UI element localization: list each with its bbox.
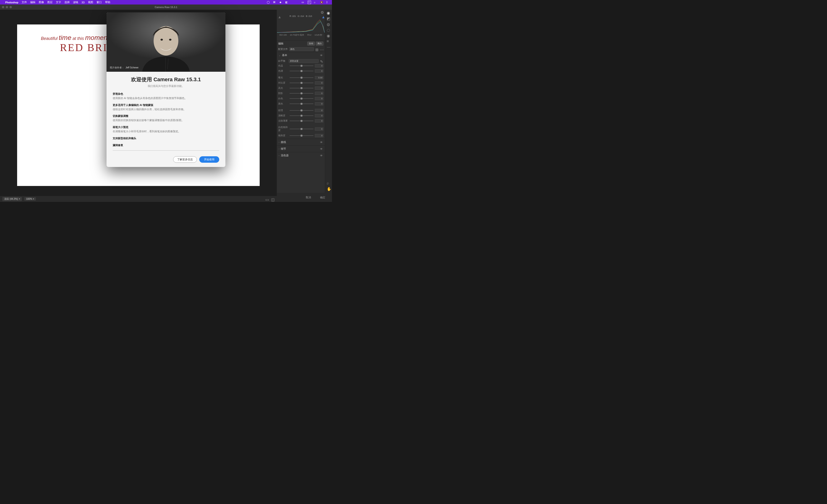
welcome-modal: 照片创作者：Jeff Schewe 欢迎使用 Camera Raw 15.3.1… <box>106 12 226 167</box>
modal-overlay: 照片创作者：Jeff Schewe 欢迎使用 Camera Raw 15.3.1… <box>0 0 332 202</box>
feature-title: 切换蒙版调整 <box>113 114 219 118</box>
feature-desc: 在调整画笔大小和羽毛滑块时，看到画笔光标的图像预览。 <box>113 130 219 133</box>
photo-credit: 照片创作者：Jeff Schewe <box>110 66 138 69</box>
modal-divider <box>113 150 219 151</box>
feature-title: 漏洞修复 <box>113 144 219 147</box>
modal-subtitle: 我们很高兴与您分享最新功能。 <box>113 85 219 88</box>
feature-item: 支持新型相机和镜头 <box>113 136 219 140</box>
feature-title: 穿透杂色 <box>113 92 219 96</box>
feature-item: 画笔大小预览在调整画笔大小和羽毛滑块时，看到画笔光标的图像预览。 <box>113 125 219 133</box>
svg-point-3 <box>169 39 172 41</box>
modal-title: 欢迎使用 Camera Raw 15.3.1 <box>113 76 219 83</box>
feature-item: 更多适用于人像编辑的 AI 智能蒙版借助这些针对选择人物的额外分类，轻松选择面部… <box>113 103 219 111</box>
feature-desc: 使用新的切换按钮快速比较每个蒙版调整面板中的原图/新图。 <box>113 118 219 122</box>
feature-title: 支持新型相机和镜头 <box>113 136 219 140</box>
feature-item: 漏洞修复 <box>113 144 219 147</box>
feature-item: 穿透杂色使用新的 AI 智能去杂色从有杂色的原图照片中恢复细节和颜色。 <box>113 92 219 100</box>
learn-more-button[interactable]: 了解更多信息 <box>173 156 197 163</box>
feature-desc: 使用新的 AI 智能去杂色从有杂色的原图照片中恢复细节和颜色。 <box>113 97 219 100</box>
portrait-image <box>106 12 226 72</box>
feature-desc: 借助这些针对选择人物的额外分类，轻松选择面部毛发和衣物。 <box>113 108 219 111</box>
svg-point-2 <box>160 39 163 41</box>
get-started-button[interactable]: 开始使用 <box>199 156 219 163</box>
feature-title: 画笔大小预览 <box>113 125 219 129</box>
modal-hero: 照片创作者：Jeff Schewe <box>106 12 226 72</box>
feature-item: 切换蒙版调整使用新的切换按钮快速比较每个蒙版调整面板中的原图/新图。 <box>113 114 219 122</box>
feature-title: 更多适用于人像编辑的 AI 智能蒙版 <box>113 103 219 107</box>
